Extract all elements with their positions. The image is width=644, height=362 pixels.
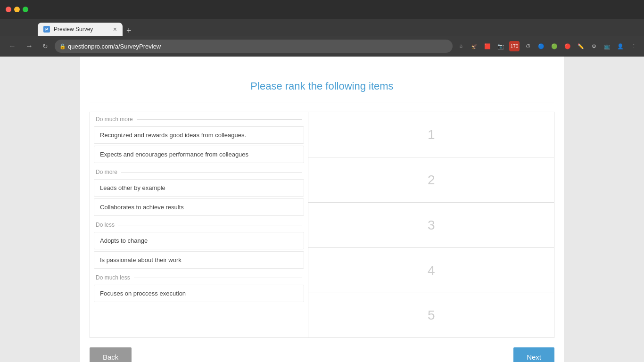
tab-close-button[interactable]: × (113, 25, 117, 33)
address-bar-row: ← → ↻ 🔒 questionpro.com/a/SurveyPreview … (0, 36, 644, 57)
ext8-icon[interactable]: ✏️ (576, 41, 586, 51)
cast-icon[interactable]: 📺 (603, 41, 612, 51)
rank-number-3: 3 (428, 218, 435, 233)
minimize-window-button[interactable] (14, 7, 20, 12)
rank-number-5: 5 (428, 308, 435, 323)
ext4-icon[interactable]: ⏱ (523, 41, 533, 51)
forward-nav-button[interactable]: → (23, 40, 36, 52)
rank-number-4: 4 (428, 263, 435, 278)
ext7-icon[interactable]: 🔴 (563, 41, 572, 51)
rank-number-1: 1 (428, 127, 435, 142)
address-bar[interactable]: questionpro.com/a/SurveyPreview (55, 40, 453, 53)
item-row-0-1[interactable]: Expects and encourages performance from … (94, 146, 304, 163)
rank-slot-3[interactable]: 3 (308, 202, 554, 247)
group-label-3: Do much less (90, 271, 308, 283)
items-panel[interactable]: Do much moreRecognized and rewards good … (90, 112, 308, 338)
title-divider (90, 102, 554, 102)
ranks-panel: 12345 (308, 112, 554, 338)
next-button[interactable]: Next (513, 347, 554, 362)
ext3-icon[interactable]: 📷 (496, 41, 505, 51)
extensions-icon[interactable]: 🦅 (470, 41, 479, 51)
rank-slot-1[interactable]: 1 (308, 112, 554, 157)
menu-icon[interactable]: ⋮ (629, 41, 638, 51)
group-label-2: Do less (90, 218, 308, 230)
navigation-buttons: Back Next (80, 338, 564, 362)
ext2-icon[interactable]: 🟥 (483, 41, 492, 51)
ext6-icon[interactable]: 🟢 (550, 41, 559, 51)
item-row-2-1[interactable]: Is passionate about their work (94, 251, 304, 269)
item-row-1-0[interactable]: Leads other by example (94, 179, 304, 197)
active-tab[interactable]: P Preview Survey × (38, 23, 123, 36)
survey-title: Please rank the following items (80, 66, 564, 102)
browser-toolbar-icons: ☆ 🦅 🟥 📷 170 ⏱ 🔵 🟢 🔴 ✏️ ⚙ 📺 👤 ⋮ (456, 41, 638, 51)
lock-icon: 🔒 (59, 43, 66, 49)
rank-slot-5[interactable]: 5 (308, 293, 554, 338)
profile-icon[interactable]: 👤 (616, 41, 625, 51)
bookmark-icon[interactable]: ☆ (456, 41, 466, 51)
rank-slot-4[interactable]: 4 (308, 247, 554, 293)
survey-container: Please rank the following items Do much … (80, 57, 564, 362)
url-text: questionpro.com/a/SurveyPreview (68, 43, 161, 50)
maximize-window-button[interactable] (23, 7, 28, 12)
rank-slot-2[interactable]: 2 (308, 157, 554, 202)
back-nav-button[interactable]: ← (6, 40, 19, 52)
rank-number-2: 2 (428, 173, 435, 188)
page-background: Please rank the following items Do much … (0, 57, 644, 362)
ext5-icon[interactable]: 🔵 (537, 41, 546, 51)
ranking-layout: Do much moreRecognized and rewards good … (80, 112, 564, 338)
refresh-button[interactable]: ↻ (40, 41, 51, 52)
item-row-0-0[interactable]: Recognized and rewards good ideas from c… (94, 126, 304, 144)
tab-bar: P Preview Survey × + (0, 19, 644, 36)
window-controls (6, 7, 28, 12)
tab-favicon: P (43, 26, 50, 33)
address-bar-container: 🔒 questionpro.com/a/SurveyPreview (55, 40, 453, 53)
group-label-0: Do much more (90, 112, 308, 124)
close-window-button[interactable] (6, 7, 11, 12)
badge-icon[interactable]: 170 (509, 41, 520, 51)
new-tab-button[interactable]: + (126, 26, 132, 36)
browser-window-controls (0, 0, 644, 19)
ext9-icon[interactable]: ⚙ (589, 41, 599, 51)
item-row-2-0[interactable]: Adopts to change (94, 232, 304, 249)
tab-title: Preview Survey (54, 26, 93, 33)
group-label-1: Do more (90, 165, 308, 177)
back-button[interactable]: Back (90, 347, 132, 362)
item-row-1-1[interactable]: Collaborates to achieve results (94, 198, 304, 216)
item-row-3-0[interactable]: Focuses on proccess execution (94, 285, 304, 302)
